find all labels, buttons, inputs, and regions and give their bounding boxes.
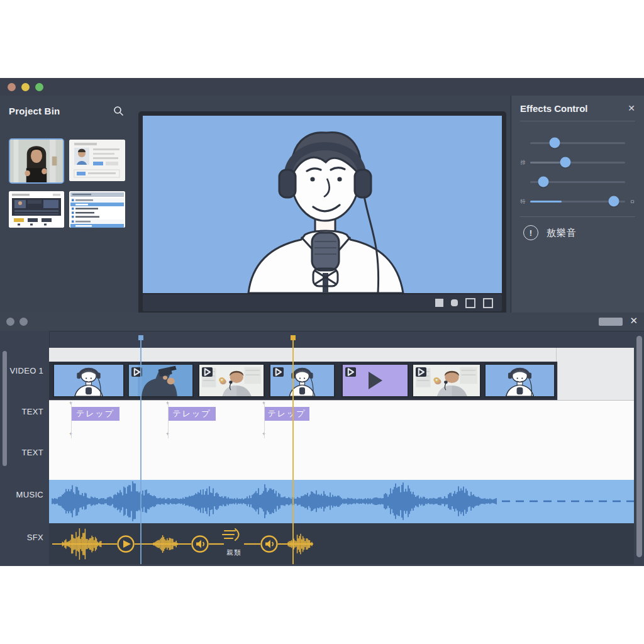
preview-control-bar: [143, 294, 502, 311]
window-titlebar: [0, 78, 644, 96]
slider-handle[interactable]: [550, 138, 560, 148]
search-icon[interactable]: [113, 106, 124, 116]
panel-dot-icon[interactable]: [19, 318, 28, 326]
video-clip-photo-person[interactable]: [412, 364, 481, 397]
video-clip-photo-person[interactable]: [198, 364, 265, 397]
effect-slider[interactable]: 排: [519, 157, 636, 168]
video-clip-camera[interactable]: [128, 364, 194, 397]
track-label-music: MUSIC: [16, 490, 43, 499]
play-badge-icon: [416, 367, 426, 377]
close-traffic-light[interactable]: [8, 83, 16, 91]
slider-handle[interactable]: [538, 177, 549, 187]
slider-track[interactable]: [530, 181, 625, 183]
timeline-zoom-handle[interactable]: [599, 318, 623, 326]
track-label-text1: TEXT: [22, 407, 43, 416]
video-track: [49, 362, 557, 400]
slider-track[interactable]: [530, 162, 625, 164]
bin-item-editor-screenshot[interactable]: [9, 191, 64, 228]
slider-track[interactable]: [530, 201, 625, 203]
caption-clip[interactable]: テレップ: [264, 407, 309, 421]
video-canvas[interactable]: [143, 116, 502, 293]
bin-item-document[interactable]: [69, 140, 125, 181]
video-clip-podcast-man[interactable]: [269, 364, 335, 397]
play-badge-icon: [273, 367, 284, 377]
note-text: 敖樂音: [547, 227, 577, 239]
effects-panel-title: Effects Control: [520, 103, 588, 114]
sfx-whoosh-icon[interactable]: [223, 529, 239, 540]
bin-item-woman-clip[interactable]: [9, 138, 64, 184]
sfx-clip-label: 親類: [215, 548, 253, 557]
close-icon[interactable]: ✕: [630, 315, 638, 326]
vertical-scrollbar[interactable]: [636, 336, 642, 557]
time-ruler[interactable]: [49, 348, 634, 362]
podcaster-illustration: [143, 116, 502, 293]
sfx-waveform: [49, 523, 634, 564]
text-track-1: テレップ テレップ テレップ ++++++: [49, 400, 634, 441]
timeline-tracks: テレップ テレップ テレップ ++++++: [49, 331, 644, 564]
slider-track[interactable]: [530, 142, 625, 144]
slider-fill: [530, 201, 562, 203]
program-monitor: [138, 111, 506, 315]
clip-guide-line: [71, 403, 72, 438]
caption-clip[interactable]: テレップ: [168, 407, 216, 421]
track-label-video1: VIDEO 1: [10, 366, 43, 375]
exclamation-circle-icon: !: [523, 225, 538, 240]
music-waveform: [49, 480, 634, 523]
screenshot-root: Project Bin: [0, 0, 644, 644]
clip-guide-line: [168, 403, 169, 438]
effects-note[interactable]: ! 敖樂音: [523, 225, 577, 240]
divider: [520, 216, 635, 217]
effects-control-panel: Effects Control ✕ 排: [511, 96, 644, 313]
slider-handle[interactable]: [560, 157, 570, 168]
vertical-scrollbar[interactable]: [3, 351, 7, 466]
slider-left-label: 排: [519, 159, 526, 166]
close-icon[interactable]: ✕: [628, 103, 635, 113]
sfx-speaker-icon[interactable]: [192, 536, 208, 552]
layout-rounded-square-icon[interactable]: [451, 299, 458, 306]
layout-outline-square-icon[interactable]: [483, 298, 493, 308]
playhead-yellow[interactable]: [292, 335, 294, 564]
panel-dot-icon[interactable]: [6, 318, 14, 326]
project-bin-title: Project Bin: [9, 106, 60, 116]
play-badge-icon: [345, 367, 356, 377]
effect-slider[interactable]: 特 Ω: [519, 196, 636, 207]
project-bin-panel: Project Bin: [0, 96, 135, 313]
playhead-blue[interactable]: [140, 335, 142, 564]
clip-guide-line: [264, 403, 265, 438]
preview-stage: [134, 96, 511, 313]
video-clip-podcast-man[interactable]: [484, 364, 555, 397]
timeline-panel: ✕ VIDEO 1 TEXT TEXT MUSIC SFX: [0, 313, 644, 566]
caption-clip[interactable]: テレップ: [71, 407, 119, 421]
effect-slider[interactable]: [519, 137, 636, 148]
layout-outline-square-icon[interactable]: [465, 298, 475, 308]
music-track[interactable]: [49, 480, 634, 523]
slider-handle[interactable]: [608, 196, 619, 207]
track-label-text2: TEXT: [22, 448, 43, 457]
zoom-traffic-light[interactable]: [35, 83, 43, 91]
timeline-header: ✕: [0, 313, 644, 331]
video-clip-podcast-man[interactable]: [53, 364, 125, 397]
slider-right-label: Ω: [629, 199, 636, 204]
sfx-play-icon[interactable]: [118, 536, 134, 552]
editor-window: Project Bin: [0, 78, 644, 313]
text-track-2: [49, 440, 634, 480]
layout-filled-square-icon[interactable]: [435, 299, 443, 307]
video-clip-placeholder[interactable]: [341, 364, 409, 397]
track-label-column: VIDEO 1 TEXT TEXT MUSIC SFX: [0, 331, 50, 564]
sfx-speaker-icon[interactable]: [262, 536, 277, 552]
sfx-track[interactable]: 親類: [49, 523, 634, 564]
track-label-sfx: SFX: [27, 533, 43, 542]
effect-slider[interactable]: [519, 176, 636, 187]
minimize-traffic-light[interactable]: [21, 83, 30, 91]
bin-item-list[interactable]: [69, 191, 125, 228]
play-badge-icon: [202, 367, 213, 377]
slider-left-label: 特: [519, 198, 526, 205]
play-icon: [369, 372, 382, 389]
video-track-empty: [557, 362, 634, 400]
